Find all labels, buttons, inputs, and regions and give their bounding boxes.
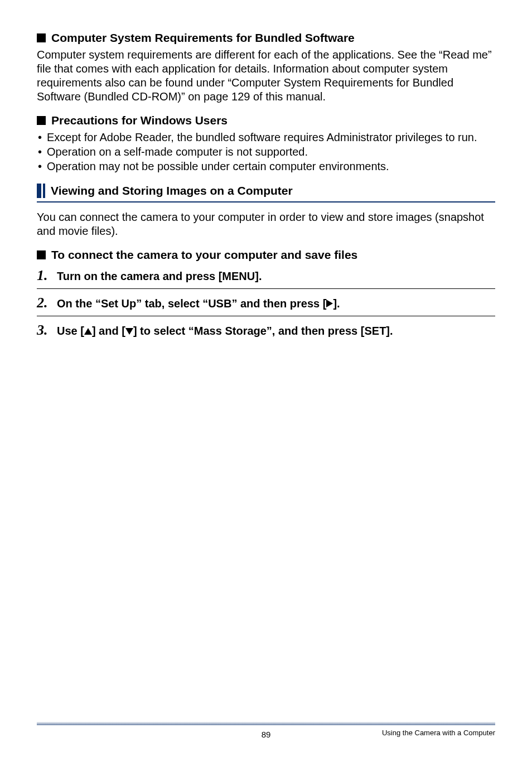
body-paragraph-bundled: Computer system requirements are differe… — [37, 48, 495, 104]
step-number: 1. — [37, 267, 52, 284]
step-text-post: ]. — [333, 297, 340, 310]
triangle-right-icon — [326, 300, 333, 307]
heading-text: To connect the camera to your computer a… — [51, 248, 357, 262]
step-text: Turn on the camera and press [MENU]. — [57, 270, 262, 283]
step-separator — [37, 288, 495, 289]
heading-precautions: Precautions for Windows Users — [37, 114, 495, 127]
step-2: 2. On the “Set Up” tab, select “USB” and… — [37, 295, 495, 311]
step-text-b: ] and [ — [92, 325, 125, 337]
heading-connect-camera: To connect the camera to your computer a… — [37, 248, 495, 262]
step-text: Use [] and [] to select “Mass Storage”, … — [57, 325, 393, 337]
step-text: On the “Set Up” tab, select “USB” and th… — [57, 297, 340, 310]
list-item: Operation on a self-made computer is not… — [37, 145, 495, 159]
section-underline — [37, 201, 495, 202]
footer-rule — [37, 722, 495, 725]
section-bar-icon — [37, 184, 41, 198]
precautions-list: Except for Adobe Reader, the bundled sof… — [37, 131, 495, 173]
step-3: 3. Use [] and [] to select “Mass Storage… — [37, 322, 495, 339]
page-number: 89 — [262, 730, 271, 739]
list-item: Operation may not be possible under cert… — [37, 160, 495, 173]
heading-bundled-software: Computer System Requirements for Bundled… — [37, 31, 495, 45]
step-separator — [37, 316, 495, 316]
heading-text: Precautions for Windows Users — [51, 114, 228, 127]
list-item: Except for Adobe Reader, the bundled sof… — [37, 131, 495, 144]
section-bar-icon — [43, 184, 45, 198]
section-heading-viewing: Viewing and Storing Images on a Computer — [37, 184, 495, 198]
square-bullet-icon — [37, 116, 46, 125]
triangle-down-icon — [125, 328, 133, 335]
section-intro: You can connect the camera to your compu… — [37, 210, 495, 238]
triangle-up-icon — [84, 328, 92, 335]
section-title: Viewing and Storing Images on a Computer — [51, 184, 293, 197]
step-text-a: Use [ — [57, 325, 84, 337]
step-text-pre: On the “Set Up” tab, select “USB” and th… — [57, 297, 326, 310]
heading-text: Computer System Requirements for Bundled… — [51, 31, 355, 45]
step-number: 3. — [37, 322, 52, 339]
step-1: 1. Turn on the camera and press [MENU]. — [37, 267, 495, 284]
square-bullet-icon — [37, 250, 46, 259]
square-bullet-icon — [37, 33, 46, 42]
footer-section-label: Using the Camera with a Computer — [382, 729, 495, 737]
step-number: 2. — [37, 295, 52, 311]
step-text-c: ] to select “Mass Storage”, and then pre… — [133, 325, 393, 337]
